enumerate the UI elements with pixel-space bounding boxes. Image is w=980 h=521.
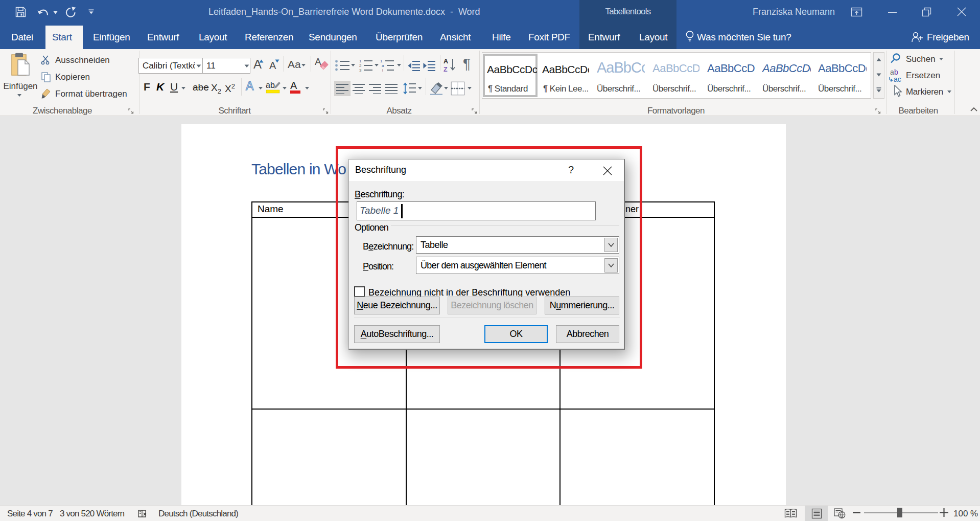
svg-text:1: 1 [359,59,362,63]
svg-text:2: 2 [359,63,362,68]
svg-text:1: 1 [380,59,383,63]
svg-text:A: A [290,80,297,91]
svg-text:ac: ac [894,75,901,83]
svg-text:Z: Z [444,66,448,73]
svg-text:A: A [444,58,448,65]
svg-text:ab: ab [266,81,275,89]
svg-text:a: a [382,63,384,68]
svg-text:i: i [382,68,383,72]
svg-text:3: 3 [359,68,362,72]
